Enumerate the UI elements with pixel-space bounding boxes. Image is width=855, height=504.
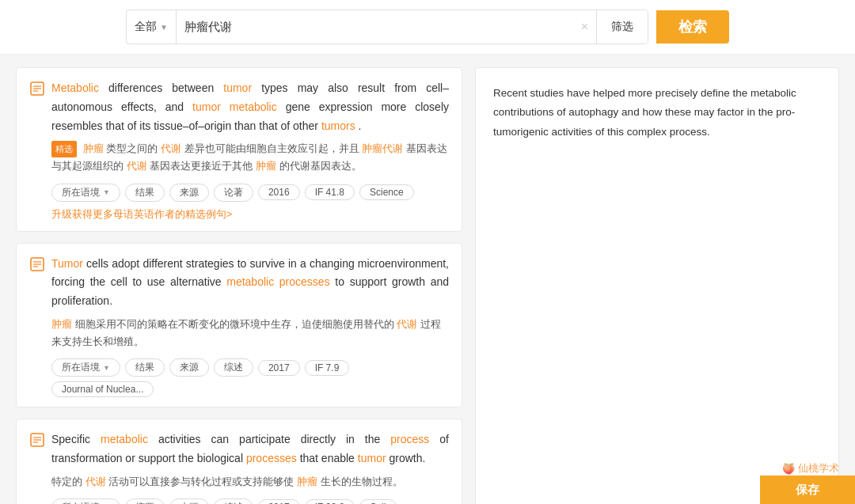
en-text-3: Specific metabolic activities can partic… [51, 430, 449, 468]
zh-span: 差异也可能由细胞自主效应引起，并且 [184, 142, 359, 154]
tag-if-3[interactable]: IF 38.6 [305, 499, 355, 504]
word-tumors-1: tumors [321, 119, 355, 132]
category-dropdown[interactable]: 全部 ▼ [127, 10, 177, 44]
card-body-1: Metabolic differences between tumor type… [29, 79, 449, 222]
tag-row-2: 所在语境 ▼ 结果 来源 综述 2017 IF 7.9 Journal of N… [51, 358, 449, 397]
zh-span: 代谢 [86, 476, 106, 487]
zh-span: 类型之间的 [106, 142, 158, 154]
search-container: 全部 ▼ × 筛选 [126, 9, 648, 44]
pinned-badge-1: 精选 [51, 141, 77, 157]
result-card-1: Metabolic differences between tumor type… [16, 67, 462, 232]
tag-row-1: 所在语境 ▼ 结果 来源 论著 2016 IF 41.8 Science [51, 184, 449, 202]
detail-text: Recent studies have helped more precisel… [493, 84, 821, 142]
search-button[interactable]: 检索 [656, 10, 729, 44]
tag-year-2[interactable]: 2017 [258, 360, 300, 376]
watermark: 🍑 仙桃学术 [782, 461, 839, 476]
zh-text-2: 肿瘤 细胞采用不同的策略在不断变化的微环境中生存，迫使细胞使用替代的 代谢 过程… [51, 316, 449, 351]
word-metabolic-2: metabolic [230, 100, 277, 113]
card-icon-1 [29, 81, 45, 97]
chevron-down-icon: ▼ [160, 23, 168, 32]
tag-year-3[interactable]: 2017 [258, 499, 300, 504]
text-span: activities can participate directly in t… [158, 433, 390, 445]
chevron-down-icon: ▼ [103, 188, 110, 196]
tag-type-3[interactable]: 综述 [214, 498, 253, 504]
tag-result-2[interactable]: 结果 [125, 358, 165, 377]
clear-icon[interactable]: × [573, 20, 596, 34]
filter-button[interactable]: 筛选 [596, 10, 648, 44]
tag-context-1[interactable]: 所在语境 ▼ [51, 184, 120, 202]
result-card-3: Specific metabolic activities can partic… [16, 419, 462, 504]
en-text-1: Metabolic differences between tumor type… [51, 79, 449, 135]
zh-span: 代谢 [397, 318, 417, 330]
zh-span: 的代谢基因表达。 [279, 160, 362, 172]
word-tumor-2: tumor [192, 100, 221, 113]
en-text-2: Tumor cells adopt different strategies t… [51, 255, 449, 311]
save-button[interactable]: 保存 [760, 476, 855, 504]
tag-result-1[interactable]: 结果 [125, 184, 165, 202]
card-icon-2 [29, 256, 45, 272]
chevron-down-icon: ▼ [103, 364, 110, 372]
watermark-text: 仙桃学术 [798, 461, 839, 476]
text-span: that enable [300, 452, 358, 464]
text-span: growth. [389, 452, 425, 464]
word-metabolic-3: metabolic [101, 433, 148, 445]
tag-abstract-3[interactable]: 摘要 [125, 498, 165, 504]
zh-span: 肿瘤 [83, 142, 104, 154]
detail-panel: Recent studies have helped more precisel… [475, 67, 839, 504]
tag-type-1[interactable]: 论著 [214, 184, 253, 202]
tag-type-2[interactable]: 综述 [214, 358, 253, 377]
tag-year-1[interactable]: 2016 [258, 184, 300, 200]
tag-source-3[interactable]: 来源 [169, 498, 209, 504]
tag-source-1[interactable]: 来源 [169, 184, 209, 202]
search-input[interactable] [177, 10, 573, 44]
search-bar: 全部 ▼ × 筛选 检索 [0, 0, 855, 55]
word-metabolic-1: Metabolic [51, 81, 99, 94]
tag-if-2[interactable]: IF 7.9 [305, 360, 350, 376]
zh-span: 肿瘤代谢 [362, 142, 403, 154]
word-metabolic-processes: metabolic processes [226, 275, 329, 288]
results-panel: Metabolic differences between tumor type… [16, 67, 462, 504]
upgrade-link[interactable]: 升级获得更多母语英语作者的精选例句> [51, 208, 449, 222]
zh-span: 活动可以直接参与转化过程或支持能够使 [108, 476, 294, 487]
watermark-icon: 🍑 [782, 463, 795, 475]
word-tumor-4: tumor [358, 452, 386, 464]
zh-span: 代谢 [127, 160, 147, 172]
zh-span: 特定的 [51, 476, 82, 487]
zh-span: 肿瘤 [256, 160, 276, 172]
card-body-3: Specific metabolic activities can partic… [29, 430, 449, 504]
card-body-2: Tumor cells adopt different strategies t… [29, 255, 449, 398]
zh-span: 肿瘤 [51, 318, 72, 330]
tag-journal-3[interactable]: Cell [359, 499, 397, 504]
zh-span: 代谢 [161, 142, 181, 154]
main-layout: Metabolic differences between tumor type… [0, 55, 855, 504]
result-card-2: Tumor cells adopt different strategies t… [16, 243, 462, 408]
tag-context-2[interactable]: 所在语境 ▼ [51, 358, 120, 377]
tag-context-3[interactable]: 所在语境 ▼ [51, 498, 120, 504]
text-span: . [359, 119, 362, 132]
card-icon-3 [29, 432, 45, 448]
zh-text-1: 精选 肿瘤 类型之间的 代谢 差异也可能由细胞自主效应引起，并且 肿瘤代谢 基因… [51, 140, 449, 175]
text-span: differences between [108, 81, 223, 94]
tag-journal-1[interactable]: Science [359, 184, 414, 200]
text-span: Specific [51, 433, 101, 445]
word-processes-1: processes [246, 452, 297, 464]
word-tumor-1: tumor [223, 81, 252, 94]
category-label: 全部 [135, 20, 157, 34]
tag-row-3: 所在语境 ▼ 摘要 来源 综述 2017 IF 38.6 Cell [51, 498, 449, 504]
word-tumor-3: Tumor [51, 257, 83, 270]
tag-source-2[interactable]: 来源 [169, 358, 209, 377]
zh-span: 基因表达更接近于其他 [150, 160, 253, 172]
zh-span: 肿瘤 [297, 476, 317, 487]
zh-span: 细胞采用不同的策略在不断变化的微环境中生存，迫使细胞使用替代的 [75, 318, 394, 330]
zh-text-3: 特定的 代谢 活动可以直接参与转化过程或支持能够使 肿瘤 生长的生物过程。 [51, 473, 449, 491]
word-process-1: process [390, 433, 429, 445]
tag-journal-2[interactable]: Journal of Nuclea... [51, 381, 154, 397]
tag-if-1[interactable]: IF 41.8 [305, 184, 355, 200]
zh-span: 生长的生物过程。 [321, 476, 403, 487]
